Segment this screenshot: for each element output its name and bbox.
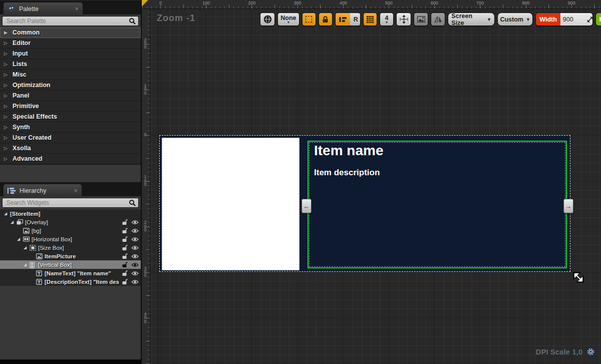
eye-icon[interactable] [131, 262, 139, 267]
palette-search-input[interactable] [2, 16, 139, 26]
screen-size-dropdown[interactable]: Screen Size ▼ [448, 13, 495, 26]
tree-row-vertical-box[interactable]: ◢[Vertical Box] [0, 260, 141, 269]
respect-locks-toggle[interactable]: R [350, 13, 361, 26]
palette-category-label: Optimization [13, 82, 51, 89]
custom-size-dropdown[interactable]: Custom ▼ [497, 13, 533, 26]
eye-icon[interactable] [131, 245, 139, 250]
lock-icon[interactable] [122, 219, 128, 225]
search-icon [129, 18, 136, 25]
palette-category-input[interactable]: ▷Input [0, 49, 141, 59]
lock-icon[interactable] [122, 236, 128, 242]
ruler-tick-label: 2 0 0 [143, 39, 147, 50]
expander-icon[interactable]: ▷ [4, 72, 9, 77]
eye-icon[interactable] [131, 228, 139, 233]
expander-icon[interactable]: ▷ [4, 135, 9, 140]
lock-icon[interactable] [122, 253, 128, 259]
palette-category-xsolla[interactable]: ▷Xsolla [0, 143, 141, 154]
expander-icon[interactable]: ▷ [4, 51, 9, 56]
tree-row-descriptiontext-item-des[interactable]: [DescriptionText] "Item des [0, 277, 141, 286]
expander-icon[interactable]: ▷ [4, 41, 9, 46]
palette-category-label: Advanced [13, 155, 43, 162]
expander-icon[interactable]: ◢ [23, 262, 28, 267]
height-label: Height [596, 13, 601, 26]
width-input[interactable] [563, 16, 585, 23]
flip-preview-button[interactable] [431, 13, 445, 26]
grid-snap-size-spinner[interactable]: 4▼ [380, 13, 394, 26]
tree-row-storeitem[interactable]: ◢[StoreItem] [0, 209, 141, 218]
store-item-root-widget[interactable]: Item name Item description ← → [159, 135, 570, 272]
palette-category-optimization[interactable]: ▷Optimization [0, 80, 141, 91]
item-picture-box[interactable] [162, 138, 299, 270]
palette-category-synth[interactable]: ▷Synth [0, 122, 141, 133]
ruler-tick-label: 2 0 0 [143, 221, 147, 232]
gear-icon[interactable] [586, 347, 595, 356]
localization-preview-button[interactable] [260, 13, 275, 26]
eye-icon[interactable] [131, 279, 139, 284]
expander-icon[interactable]: ▷ [4, 114, 9, 119]
lock-icon[interactable] [122, 244, 128, 251]
eye-icon[interactable] [131, 237, 139, 242]
resize-corner-icon[interactable] [587, 17, 593, 23]
palette-category-primitive[interactable]: ▷Primitive [0, 101, 141, 112]
palette-category-common[interactable]: ▶Common [0, 28, 141, 38]
palette-category-advanced[interactable]: ▷Advanced [0, 154, 141, 164]
close-icon[interactable]: × [74, 187, 78, 194]
arrow-left-icon: ← [304, 203, 310, 210]
sidebar-footer [0, 359, 141, 364]
expander-icon[interactable]: ▷ [4, 104, 9, 109]
palette-category-special-effects[interactable]: ▷Special Effects [0, 112, 141, 122]
palette-category-panel[interactable]: ▷Panel [0, 91, 141, 101]
tree-row-size-box[interactable]: ◢[Size Box] [0, 243, 141, 252]
lock-toggle-button[interactable] [319, 13, 333, 26]
flag-preview-dropdown[interactable]: None▼ [277, 13, 299, 26]
expander-icon[interactable]: ◢ [23, 245, 28, 250]
expander-icon[interactable]: ▷ [4, 146, 9, 151]
widget-outline-icon [339, 17, 347, 23]
palette-category-editor[interactable]: ▷Editor [0, 38, 141, 49]
flip-icon [434, 16, 442, 23]
grid-snap-toggle[interactable] [363, 13, 377, 26]
ruler-tick-label: 0 [143, 133, 147, 137]
widget-outline-toggle[interactable] [336, 13, 350, 26]
palette-category-label: Panel [13, 92, 29, 99]
eye-icon[interactable] [131, 271, 139, 276]
tree-row-nametext-item-name[interactable]: [NameText] "Item name" [0, 269, 141, 277]
palette-category-lists[interactable]: ▷Lists [0, 59, 141, 70]
preview-background-button[interactable] [414, 13, 428, 26]
lock-icon[interactable] [122, 261, 128, 268]
expander-icon[interactable]: ▷ [4, 83, 9, 88]
lock-icon[interactable] [122, 270, 128, 276]
vertical-box-selection[interactable]: Item name Item description [308, 141, 567, 268]
expander-icon[interactable]: ◢ [16, 237, 21, 241]
expander-icon[interactable]: ▷ [4, 156, 9, 161]
lock-icon[interactable] [122, 278, 128, 285]
palette-category-user-created[interactable]: ▷User Created [0, 133, 141, 143]
expander-icon[interactable]: ▷ [4, 125, 9, 130]
eye-icon[interactable] [131, 254, 139, 259]
eye-icon[interactable] [131, 220, 139, 225]
sidebar: Palette × ▶Common▷Editor▷Input▷Lists▷Mis… [0, 0, 142, 364]
tree-row-bg[interactable]: [bg] [0, 226, 141, 235]
palette-category-misc[interactable]: ▷Misc [0, 70, 141, 80]
tree-row-horizontal-box[interactable]: ◢[Horizontal Box] [0, 235, 141, 243]
tab-hierarchy[interactable]: Hierarchy × [3, 184, 82, 197]
dashed-outline-toggle[interactable] [302, 13, 316, 26]
designer-canvas[interactable]: 0100200300400500600700800900 2 0 01 0 00… [142, 0, 601, 364]
resize-handle-right[interactable]: → [563, 199, 573, 213]
resize-handle-left[interactable]: ← [302, 199, 312, 213]
expander-icon[interactable]: ▷ [4, 62, 9, 67]
tree-row-itempicture[interactable]: ItemPicture [0, 252, 141, 260]
expander-icon[interactable]: ▶ [4, 30, 9, 35]
expander-icon[interactable]: ◢ [10, 220, 15, 224]
tab-palette[interactable]: Palette × [3, 2, 83, 15]
hierarchy-search-input[interactable] [2, 198, 139, 208]
ruler-tick-label: 500 [385, 1, 393, 6]
tree-row-overlay[interactable]: ◢[Overlay] [0, 218, 141, 226]
lock-icon[interactable] [122, 227, 128, 234]
expander-icon[interactable]: ▷ [4, 93, 9, 98]
expander-icon[interactable]: ◢ [3, 211, 8, 216]
grid-snap-size-value: 4 [385, 16, 388, 21]
palette-category-list: ▶Common▷Editor▷Input▷Lists▷Misc▷Optimiza… [0, 28, 141, 165]
close-icon[interactable]: × [75, 6, 79, 12]
anchor-widget-button[interactable] [396, 13, 411, 26]
